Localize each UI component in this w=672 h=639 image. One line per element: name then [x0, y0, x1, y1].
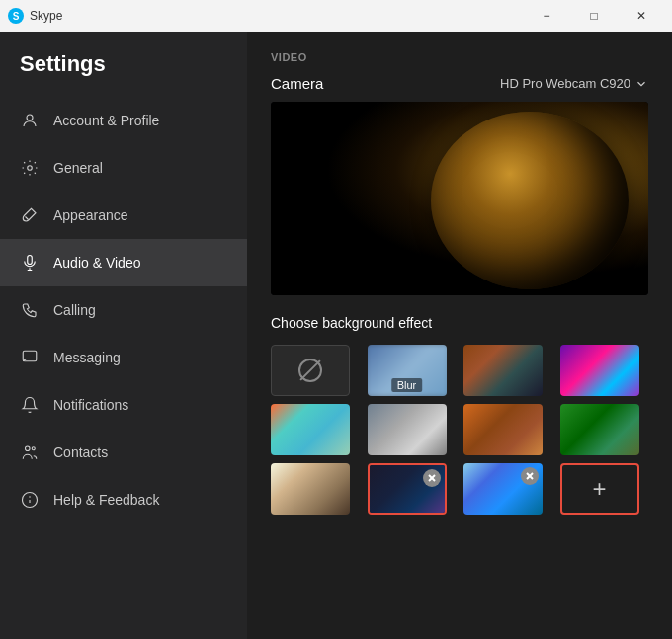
bg-item-waterfall[interactable] — [463, 463, 543, 515]
sidebar-title: Settings — [0, 51, 247, 97]
brush-icon — [20, 205, 40, 225]
art1-preview — [271, 404, 350, 455]
office1-preview — [368, 404, 447, 455]
minimize-button[interactable]: − — [524, 0, 569, 32]
sidebar-item-contacts-label: Contacts — [53, 444, 108, 460]
section-label: VIDEO — [271, 51, 648, 63]
sidebar-item-notifications[interactable]: Notifications — [0, 381, 247, 429]
maximize-button[interactable]: □ — [571, 0, 617, 32]
bg-item-dark[interactable] — [368, 463, 447, 515]
bg-item-city1[interactable] — [463, 345, 543, 396]
camera-label: Camera — [271, 75, 323, 92]
bg-item-blur[interactable]: Blur — [368, 345, 447, 396]
main-layout: Settings Account & Profile General Appea… — [0, 32, 672, 639]
chat-icon — [20, 348, 40, 367]
sidebar-item-help-label: Help & Feedback — [53, 492, 159, 508]
planet-background — [271, 102, 648, 295]
phone-icon — [20, 300, 40, 320]
add-icon: + — [592, 475, 606, 503]
mic-icon — [20, 253, 40, 273]
bg-item-art1[interactable] — [271, 404, 350, 455]
bg-item-forest[interactable] — [560, 404, 639, 455]
remove-icon — [427, 473, 437, 483]
window-controls: − □ ✕ — [524, 0, 664, 32]
person-icon — [20, 111, 40, 130]
bell-icon — [20, 395, 40, 415]
planet-surface — [431, 112, 629, 289]
sidebar-item-calling[interactable]: Calling — [0, 286, 247, 334]
bg-item-office1[interactable] — [368, 404, 447, 455]
waterfall-remove-button[interactable] — [521, 467, 539, 485]
bg-item-warm1[interactable] — [463, 404, 543, 455]
titlebar: S Skype − □ ✕ — [0, 0, 672, 32]
camera-value: HD Pro Webcam C920 — [500, 76, 630, 91]
sidebar-item-audio-video[interactable]: Audio & Video — [0, 239, 247, 286]
info-icon — [20, 490, 40, 510]
neon-preview — [560, 345, 639, 396]
sidebar-item-appearance-label: Appearance — [53, 207, 128, 223]
camera-selector[interactable]: HD Pro Webcam C920 — [500, 76, 648, 91]
sidebar-item-account[interactable]: Account & Profile — [0, 97, 247, 144]
frame-preview — [271, 463, 350, 515]
sidebar-item-general-label: General — [53, 160, 103, 176]
close-button[interactable]: ✕ — [619, 0, 664, 32]
bg-effect-label: Choose background effect — [271, 315, 648, 331]
svg-rect-2 — [28, 256, 33, 265]
app-icon: S — [8, 8, 24, 24]
sidebar-item-audio-video-label: Audio & Video — [53, 255, 140, 271]
svg-point-1 — [28, 166, 33, 171]
bg-item-add[interactable]: + — [560, 463, 639, 515]
sidebar-item-account-label: Account & Profile — [53, 113, 159, 128]
gear-icon — [20, 158, 40, 178]
people-icon — [20, 442, 40, 462]
sidebar-item-messaging[interactable]: Messaging — [0, 334, 247, 381]
sidebar-item-contacts[interactable]: Contacts — [0, 429, 247, 476]
forest-preview — [560, 404, 639, 455]
svg-point-5 — [32, 447, 35, 450]
city1-preview — [463, 345, 543, 396]
warm1-preview — [463, 404, 543, 455]
remove-icon-2 — [525, 471, 535, 481]
video-preview — [271, 102, 648, 295]
content-area: VIDEO Camera HD Pro Webcam C920 Choose b… — [247, 32, 672, 639]
dark-remove-button[interactable] — [423, 469, 441, 487]
app-title: Skype — [30, 9, 62, 23]
titlebar-left: S Skype — [8, 8, 62, 24]
svg-point-0 — [27, 115, 33, 120]
sidebar: Settings Account & Profile General Appea… — [0, 32, 247, 639]
sidebar-item-general[interactable]: General — [0, 144, 247, 192]
sidebar-item-appearance[interactable]: Appearance — [0, 192, 247, 239]
bg-effects-grid: Blur — [271, 345, 648, 515]
chevron-down-icon — [634, 77, 648, 91]
sidebar-item-help[interactable]: Help & Feedback — [0, 476, 247, 523]
sidebar-item-notifications-label: Notifications — [53, 397, 128, 413]
bg-item-none[interactable] — [271, 345, 350, 396]
none-icon — [298, 359, 322, 382]
sidebar-item-calling-label: Calling — [53, 302, 96, 318]
sidebar-item-messaging-label: Messaging — [53, 350, 121, 365]
svg-point-4 — [26, 446, 31, 451]
camera-row: Camera HD Pro Webcam C920 — [271, 75, 648, 92]
blur-label: Blur — [391, 378, 423, 392]
bg-item-neon[interactable] — [560, 345, 639, 396]
bg-item-frame[interactable] — [271, 463, 350, 515]
